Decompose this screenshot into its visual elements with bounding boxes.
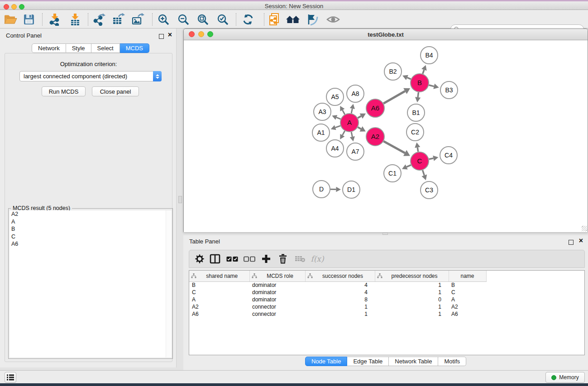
table-row[interactable]: A2connector11A2 bbox=[189, 303, 584, 310]
table-cell[interactable]: B bbox=[189, 281, 249, 289]
table-cell[interactable]: 0 bbox=[375, 296, 449, 303]
delete-column-button[interactable] bbox=[274, 254, 292, 264]
optimization-criterion-select[interactable]: largest connected component (directed) bbox=[19, 71, 162, 81]
zoom-fit-button[interactable] bbox=[195, 13, 210, 26]
edge-C-C1[interactable] bbox=[406, 165, 411, 167]
unselect-all-columns-button[interactable] bbox=[241, 256, 258, 262]
tab-motifs[interactable]: Motifs bbox=[438, 357, 466, 366]
table-cell[interactable]: 1 bbox=[305, 310, 375, 318]
edge-B-B1[interactable] bbox=[418, 92, 418, 97]
edge-A6-B[interactable] bbox=[383, 91, 405, 103]
tab-select[interactable]: Select bbox=[91, 43, 120, 53]
horizontal-splitter[interactable] bbox=[183, 232, 588, 235]
create-column-button[interactable] bbox=[258, 254, 274, 263]
table-cell[interactable]: 8 bbox=[305, 296, 375, 303]
tab-style[interactable]: Style bbox=[66, 43, 91, 53]
zoom-in-button[interactable] bbox=[156, 13, 171, 26]
zoom-selected-button[interactable] bbox=[215, 13, 230, 26]
new-network-from-selection-button[interactable] bbox=[267, 13, 282, 26]
graphics-details-toggle-button[interactable] bbox=[305, 13, 320, 26]
table-row[interactable]: A6connector11A6 bbox=[189, 310, 584, 318]
memory-button[interactable]: Memory bbox=[545, 372, 585, 383]
vertical-splitter-handle[interactable] bbox=[178, 196, 182, 203]
table-cell[interactable]: dominator bbox=[249, 296, 305, 303]
table-cell[interactable]: 1 bbox=[375, 303, 449, 310]
result-list-scrollbar[interactable] bbox=[166, 210, 172, 357]
column-header-predecessor-nodes[interactable]: predecessor nodes bbox=[375, 271, 449, 281]
tab-edge-table[interactable]: Edge Table bbox=[347, 357, 389, 366]
edge-A-A7[interactable] bbox=[351, 132, 352, 137]
splitter-handle[interactable] bbox=[382, 233, 388, 235]
edge-A-A6[interactable] bbox=[358, 116, 361, 118]
table-cell[interactable]: A6 bbox=[449, 310, 486, 318]
table-row[interactable]: Adominator80A bbox=[189, 296, 584, 303]
column-header-name[interactable]: name bbox=[449, 271, 486, 281]
table-cell[interactable]: C bbox=[449, 289, 486, 296]
close-table-panel-button[interactable]: × bbox=[579, 238, 583, 243]
show-column-button[interactable] bbox=[206, 254, 224, 264]
edge-A-A8[interactable] bbox=[351, 109, 352, 113]
function-builder-button-disabled[interactable]: f(x) bbox=[309, 254, 326, 263]
edge-A-A4[interactable] bbox=[342, 131, 344, 135]
edge-A2-C[interactable] bbox=[383, 141, 405, 153]
table-cell[interactable]: dominator bbox=[249, 289, 305, 296]
first-neighbors-button[interactable] bbox=[285, 13, 301, 26]
zoom-out-button[interactable] bbox=[176, 13, 191, 26]
birds-eye-view-button[interactable] bbox=[325, 13, 341, 26]
save-session-button[interactable] bbox=[21, 13, 37, 26]
edge-B-B4[interactable] bbox=[423, 70, 424, 74]
table-cell[interactable]: connector bbox=[249, 310, 305, 318]
float-table-panel-button[interactable] bbox=[569, 238, 574, 247]
table-cell[interactable]: 1 bbox=[375, 289, 449, 296]
tab-network[interactable]: Network bbox=[32, 43, 66, 53]
result-item[interactable]: A2 bbox=[10, 210, 172, 218]
result-item[interactable]: A6 bbox=[10, 240, 172, 248]
network-graph[interactable]: B4B2BB3A5A8A6A3B1AA1C2A2A4A7C4CC1C3DD1 bbox=[184, 40, 588, 232]
select-all-columns-button[interactable] bbox=[224, 256, 241, 262]
table-cell[interactable]: 1 bbox=[375, 281, 449, 289]
result-item[interactable]: C bbox=[10, 233, 172, 241]
export-image-button[interactable] bbox=[130, 13, 145, 26]
table-cell[interactable]: A2 bbox=[449, 303, 486, 310]
table-cell[interactable]: 4 bbox=[305, 289, 375, 296]
show-panels-button[interactable] bbox=[5, 372, 16, 383]
edge-C-C4[interactable] bbox=[429, 158, 434, 159]
table-cell[interactable]: A bbox=[189, 296, 249, 303]
table-cell[interactable]: 1 bbox=[375, 310, 449, 318]
table-cell[interactable]: C bbox=[189, 289, 249, 296]
column-header-shared-name[interactable]: shared name bbox=[189, 271, 249, 281]
table-cell[interactable]: A bbox=[449, 296, 486, 303]
edge-C-C2[interactable] bbox=[417, 148, 418, 152]
edge-A-A3[interactable] bbox=[336, 117, 340, 119]
close-panel-button[interactable]: × bbox=[168, 32, 172, 37]
table-cell[interactable]: dominator bbox=[249, 281, 305, 289]
result-item[interactable]: A bbox=[10, 218, 172, 226]
table-cell[interactable]: A2 bbox=[189, 303, 249, 310]
table-row[interactable]: Cdominator41C bbox=[189, 289, 584, 296]
node-table[interactable]: shared nameMCDS rolesuccessor nodesprede… bbox=[189, 270, 585, 355]
export-network-button[interactable] bbox=[91, 13, 107, 26]
table-cell[interactable]: 1 bbox=[305, 303, 375, 310]
run-mcds-button[interactable]: Run MCDS bbox=[42, 86, 86, 96]
edge-A-A2[interactable] bbox=[358, 127, 361, 129]
result-item[interactable]: B bbox=[10, 225, 172, 233]
export-table-button[interactable] bbox=[110, 13, 126, 26]
window-resize-grip[interactable] bbox=[582, 226, 587, 231]
table-cell[interactable]: connector bbox=[249, 303, 305, 310]
tab-network-table[interactable]: Network Table bbox=[389, 357, 438, 366]
table-cell[interactable]: B bbox=[449, 281, 486, 289]
float-panel-button[interactable] bbox=[159, 33, 164, 41]
edge-C-C3[interactable] bbox=[423, 170, 425, 176]
edge-A-A5[interactable] bbox=[342, 110, 344, 114]
edge-B-B2[interactable] bbox=[407, 77, 411, 79]
column-header-successor-nodes[interactable]: successor nodes bbox=[305, 271, 375, 281]
mcds-result-list[interactable]: A2ABCA6 bbox=[10, 210, 172, 357]
network-window-titlebar[interactable]: testGlobe.txt bbox=[184, 29, 588, 40]
open-session-button[interactable] bbox=[3, 13, 18, 26]
import-network-button[interactable] bbox=[47, 13, 62, 26]
edge-A-A1[interactable] bbox=[335, 126, 340, 128]
column-header-MCDS-role[interactable]: MCDS role bbox=[249, 271, 305, 281]
apply-layout-button[interactable] bbox=[240, 13, 256, 26]
table-row[interactable]: Bdominator41B bbox=[189, 281, 584, 289]
edge-B-B3[interactable] bbox=[429, 85, 434, 86]
